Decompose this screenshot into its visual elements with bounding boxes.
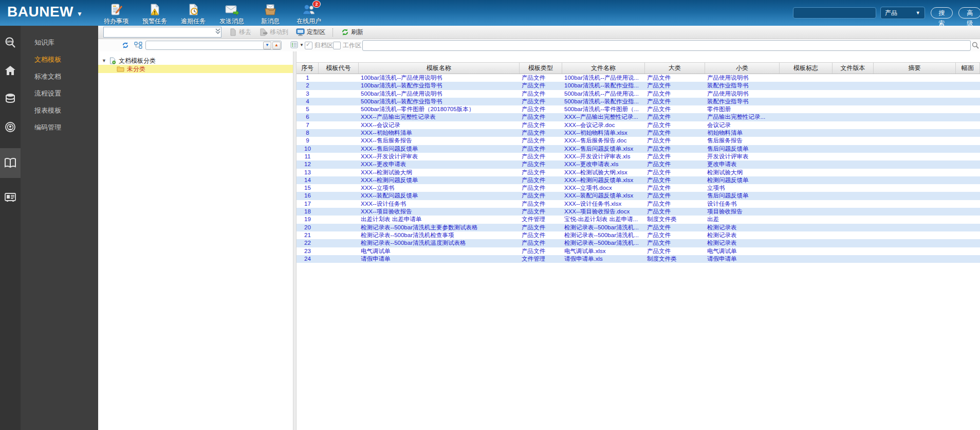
table-cell: XXX--检测问题反馈单.xlsx — [562, 176, 645, 184]
tree-search-input[interactable]: ▼ ▲ — [145, 41, 282, 50]
support-icon[interactable] — [0, 113, 21, 141]
table-row[interactable]: 7XXX--会议记录产品文件XXX--会议记录.doc产品文件会议记录 — [297, 121, 980, 129]
table-cell — [874, 239, 956, 247]
table-row[interactable]: 4500bar清洗机--装配作业指导书产品文件500bar清洗机--装配作业指.… — [297, 98, 980, 105]
search-down-button[interactable]: ▼ — [263, 42, 271, 49]
column-header[interactable]: 摘要 — [874, 63, 956, 74]
todo-items-button[interactable]: 待办事项 — [99, 1, 133, 25]
column-header[interactable]: 序号 — [297, 63, 319, 74]
move-out-button[interactable]: 移去 — [229, 28, 251, 37]
tree-root-node[interactable]: ▼ 文档模板分类 — [98, 57, 293, 65]
overdue-task-icon — [186, 2, 200, 17]
table-cell: 产品文件 — [520, 98, 562, 105]
table-cell — [319, 105, 359, 113]
menu-item-knowledge-base[interactable]: 知识库 — [21, 34, 98, 51]
card-icon[interactable] — [0, 183, 21, 211]
tree-item-unclassified[interactable]: 未分类 — [98, 65, 293, 73]
table-row[interactable]: 8XXX--初始物料清单产品文件XXX--初始物料清单.xlsx产品文件初始物料… — [297, 129, 980, 137]
menu-item-standard-documents[interactable]: 标准文档 — [21, 68, 98, 85]
column-header[interactable]: 文件版本 — [833, 63, 874, 74]
category-combobox[interactable] — [103, 27, 221, 38]
menu-item-code-management[interactable]: 编码管理 — [21, 119, 98, 136]
table-row[interactable]: 9XXX--售后服务报告产品文件XXX--售后服务报告.doc产品文件售后服务报… — [297, 137, 980, 145]
table-row[interactable]: 16XXX--装配问题反馈单产品文件XXX--装配问题反馈单.xlsx产品文件售… — [297, 192, 980, 200]
tree-structure-button[interactable] — [134, 39, 142, 51]
table-row[interactable]: 18XXX--项目验收报告产品文件XXX--项目验收报告.docx产品文件项目验… — [297, 208, 980, 216]
search-input[interactable] — [793, 7, 876, 19]
table-cell: 产品文件 — [645, 176, 705, 184]
workspace-checkbox[interactable] — [333, 42, 341, 49]
column-header[interactable]: 模板代号 — [319, 63, 359, 74]
table-row[interactable]: 11XXX--开发设计评审表产品文件XXX--开发设计评审表.xls产品文件开发… — [297, 153, 980, 160]
online-users-button[interactable]: 在线用户 2 — [292, 1, 326, 25]
table-cell: 检测试验大纲 — [705, 169, 780, 176]
table-cell: 产品文件 — [520, 105, 562, 113]
search-button[interactable]: 搜索 — [931, 7, 953, 19]
archive-zone-toggle[interactable]: 归档区 — [305, 39, 333, 51]
table-row[interactable]: 10XXX--售后问题反馈单产品文件XXX--售后问题反馈单.xlsx产品文件售… — [297, 145, 980, 153]
table-cell — [956, 192, 980, 200]
column-header[interactable]: 大类 — [645, 63, 705, 74]
table-row[interactable]: 19出差计划表 出差申请单文件管理宝悦-出差计划表 出差申请...制度文件类出差 — [297, 216, 980, 223]
search-category-select[interactable]: 产品 ▼ — [880, 7, 925, 19]
menu-item-report-templates[interactable]: 报表模板 — [21, 102, 98, 119]
table-row[interactable]: 2100bar清洗机--装配作业指导书产品文件100bar清洗机--装配作业指.… — [297, 82, 980, 89]
table-row[interactable]: 13XXX--检测试验大纲产品文件XXX--检测试验大纲.xlsx产品文件检测试… — [297, 169, 980, 176]
view-options-button[interactable]: ▼ — [290, 40, 304, 49]
node-tree-icon — [134, 42, 142, 49]
archive-checkbox[interactable] — [305, 42, 312, 49]
panel-splitter[interactable] — [293, 51, 297, 430]
table-row[interactable]: 1100bar清洗机--产品使用说明书产品文件100bar清洗机--产品使用说.… — [297, 74, 980, 82]
new-message-button[interactable]: 新消息 — [253, 1, 287, 25]
book-icon[interactable] — [0, 148, 21, 178]
advanced-search-button[interactable]: 高级 — [958, 7, 980, 19]
tree-refresh-button[interactable] — [122, 39, 129, 51]
logo[interactable]: BAUNEW ▼ — [7, 4, 83, 20]
column-header[interactable]: 小类 — [705, 63, 780, 74]
table-row[interactable]: 6XXX--产品输出完整性记录表产品文件XXX--产品输出完整性记录...产品文… — [297, 113, 980, 121]
home-icon[interactable] — [0, 57, 21, 84]
search-up-button[interactable]: ▲ — [272, 42, 281, 49]
warning-tasks-button[interactable]: 预警任务 — [138, 1, 172, 25]
tree-expand-icon[interactable]: ▼ — [102, 58, 106, 63]
table-row[interactable]: 23电气调试单产品文件电气调试单.xlsx产品文件电气调试单 — [297, 247, 980, 255]
menu-item-document-templates[interactable]: 文档模板 — [21, 51, 98, 68]
column-header[interactable]: 模板类型 — [520, 63, 562, 74]
column-header[interactable]: 幅面 — [956, 63, 980, 74]
column-header[interactable]: 模板名称 — [359, 63, 520, 74]
table-cell: 产品文件 — [520, 169, 562, 176]
table-cell: 100bar清洗机--产品使用说... — [562, 74, 645, 82]
table-row[interactable]: 3500bar清洗机--产品使用说明书产品文件500bar清洗机--产品使用说.… — [297, 90, 980, 98]
table-cell: 产品文件 — [645, 169, 705, 176]
sipm-search-icon[interactable]: SIPM — [0, 29, 21, 57]
database-icon[interactable] — [0, 85, 21, 113]
table-cell — [956, 184, 980, 192]
table-row[interactable]: 24请假申请单文件管理请假申请单.xls制度文件类请假申请单 — [297, 255, 980, 263]
table-row[interactable]: 5500bar清洗机--零件图册（20180705版本）产品文件500bar清洗… — [297, 105, 980, 113]
menu-item-process-settings[interactable]: 流程设置 — [21, 85, 98, 102]
refresh-blue-icon — [122, 42, 129, 49]
table-row[interactable]: 21检测记录表--500bar清洗机检查事项产品文件检测记录表--500bar清… — [297, 231, 980, 239]
magnifier-icon[interactable] — [972, 42, 979, 51]
table-row[interactable]: 20检测记录表--500bar清洗机主要参数测试表格产品文件检测记录表--500… — [297, 224, 980, 231]
table-row[interactable]: 14XXX--检测问题反馈单产品文件XXX--检测问题反馈单.xlsx产品文件检… — [297, 176, 980, 184]
overdue-tasks-button[interactable]: 逾期任务 — [176, 1, 210, 25]
table-cell — [833, 98, 874, 105]
refresh-button[interactable]: 刷新 — [341, 28, 363, 37]
fixed-zone-button[interactable]: 定型区 — [296, 28, 325, 37]
send-message-button[interactable]: 发送消息 — [215, 1, 249, 25]
move-to-button[interactable]: 移动到 — [259, 28, 288, 37]
workspace-zone-toggle[interactable]: 工作区 — [333, 39, 361, 51]
table-row[interactable]: 15XXX--立项书产品文件XXX--立项书.docx产品文件立项书 — [297, 184, 980, 192]
table-row[interactable]: 12XXX--更改申请表产品文件XXX--更改申请表.xls产品文件更改申请表 — [297, 160, 980, 168]
table-row[interactable]: 22检测记录表--500bar清洗机温度测试表格产品文件检测记录表--500ba… — [297, 239, 980, 247]
table-cell: XXX--开发设计评审表.xls — [562, 153, 645, 160]
table-cell: 12 — [297, 160, 319, 168]
table-filter-input[interactable] — [362, 40, 971, 51]
table-cell: 2 — [297, 82, 319, 89]
table-row[interactable]: 17XXX--设计任务书产品文件XXX--设计任务书.xlsx产品文件设计任务书 — [297, 200, 980, 208]
table-cell: 7 — [297, 121, 319, 129]
column-header[interactable]: 模板标志 — [780, 63, 833, 74]
column-header[interactable]: 文件名称 — [562, 63, 645, 74]
table-cell: XXX--更改申请表.xls — [562, 160, 645, 168]
